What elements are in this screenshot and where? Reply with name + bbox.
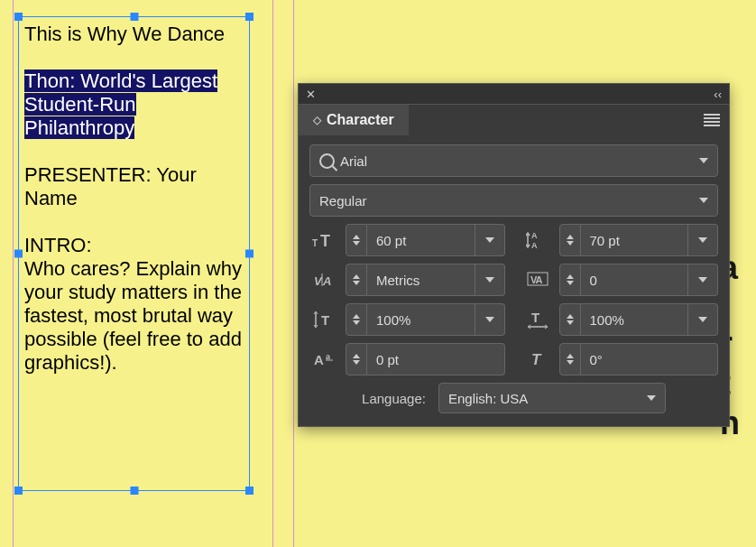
text-line: Who cares? Explain why your study matter… xyxy=(24,257,242,374)
vertical-scale-value[interactable]: 100% xyxy=(367,303,475,336)
panel-titlebar[interactable]: ✕ ‹‹ xyxy=(299,84,729,105)
skew-icon: T xyxy=(523,349,554,369)
tab-character[interactable]: ◇ Character xyxy=(299,105,409,135)
panel-body: Arial Regular TT 60 pt xyxy=(299,135,729,426)
spinner[interactable] xyxy=(346,343,367,375)
chevron-down-icon xyxy=(699,158,708,163)
dropdown-button[interactable] xyxy=(475,224,505,256)
dropdown-button[interactable] xyxy=(688,264,718,296)
horizontal-scale-value[interactable]: 100% xyxy=(581,303,689,336)
spinner[interactable] xyxy=(559,264,581,296)
close-icon[interactable]: ✕ xyxy=(306,88,316,101)
kerning-icon: VA xyxy=(309,270,340,290)
spinner[interactable] xyxy=(346,224,367,256)
text-content[interactable]: This is Why We Dance Thon: World's Large… xyxy=(19,17,249,380)
spinner[interactable] xyxy=(559,343,581,375)
resize-handle[interactable] xyxy=(130,487,138,495)
leading-field[interactable]: 70 pt xyxy=(559,224,719,256)
resize-handle[interactable] xyxy=(14,487,23,495)
text-line: This is Why We Dance xyxy=(24,23,225,45)
svg-text:A: A xyxy=(314,352,324,367)
guide-vertical xyxy=(293,0,294,547)
font-style-select[interactable]: Regular xyxy=(309,184,718,217)
svg-text:VA: VA xyxy=(530,274,543,285)
tracking-icon: VA xyxy=(523,270,554,290)
skew-value[interactable]: 0° xyxy=(581,343,719,375)
search-icon xyxy=(319,153,335,169)
svg-text:T: T xyxy=(320,232,330,250)
font-size-value[interactable]: 60 pt xyxy=(367,224,475,256)
guide-vertical xyxy=(13,0,14,547)
dropdown-button[interactable] xyxy=(688,224,718,256)
canvas: This is Why We Dance Thon: World's Large… xyxy=(0,0,756,547)
font-size-icon: TT xyxy=(309,230,340,250)
spinner[interactable] xyxy=(559,303,581,336)
kerning-field[interactable]: Metrics xyxy=(346,264,505,296)
svg-text:A: A xyxy=(531,231,538,240)
tab-label: Character xyxy=(327,112,394,128)
font-family-select[interactable]: Arial xyxy=(309,144,718,177)
language-value: English: USA xyxy=(448,391,528,406)
horizontal-scale-field[interactable]: 100% xyxy=(559,303,719,336)
tracking-value[interactable]: 0 xyxy=(581,264,689,296)
leading-value[interactable]: 70 pt xyxy=(581,224,689,256)
resize-handle[interactable] xyxy=(130,13,138,21)
svg-text:A: A xyxy=(322,274,331,288)
spinner[interactable] xyxy=(559,224,581,256)
text-frame[interactable]: This is Why We Dance Thon: World's Large… xyxy=(18,16,250,491)
language-select[interactable]: English: USA xyxy=(438,383,666,413)
svg-text:T: T xyxy=(312,238,318,248)
tracking-field[interactable]: 0 xyxy=(559,264,719,296)
resize-handle[interactable] xyxy=(245,13,254,21)
vertical-scale-icon: T xyxy=(309,310,340,329)
language-label: Language: xyxy=(362,391,426,406)
resize-handle[interactable] xyxy=(245,487,254,495)
horizontal-scale-icon: T xyxy=(523,310,554,329)
spinner[interactable] xyxy=(346,264,367,296)
dropdown-button[interactable] xyxy=(475,303,505,336)
resize-handle[interactable] xyxy=(14,13,23,21)
collapse-icon[interactable]: ‹‹ xyxy=(714,88,722,101)
chevron-down-icon xyxy=(699,198,708,203)
baseline-shift-field[interactable]: 0 pt xyxy=(346,343,505,375)
svg-text:T: T xyxy=(321,312,329,328)
svg-text:A: A xyxy=(531,241,538,250)
font-style-value: Regular xyxy=(319,193,367,209)
resize-handle[interactable] xyxy=(14,250,23,258)
font-family-value: Arial xyxy=(340,153,367,169)
expand-icon: ◇ xyxy=(313,114,319,126)
text-line: INTRO: xyxy=(24,234,92,256)
skew-field[interactable]: 0° xyxy=(559,343,719,375)
font-size-field[interactable]: 60 pt xyxy=(346,224,505,256)
selected-text: Thon: World's Largest xyxy=(24,70,217,92)
panel-tabrow: ◇ Character xyxy=(299,105,729,135)
baseline-shift-value[interactable]: 0 pt xyxy=(367,343,505,375)
kerning-value[interactable]: Metrics xyxy=(367,264,475,296)
baseline-shift-icon: Aa xyxy=(309,349,340,369)
resize-handle[interactable] xyxy=(245,250,254,258)
text-line: PRESENTER: Your Name xyxy=(24,163,197,209)
selected-text: Student-Run Philanthropy xyxy=(24,93,136,139)
svg-text:T: T xyxy=(531,310,539,325)
character-panel[interactable]: ✕ ‹‹ ◇ Character Arial Regular xyxy=(298,83,730,427)
spinner[interactable] xyxy=(346,303,367,336)
svg-text:T: T xyxy=(531,351,542,368)
panel-menu-icon[interactable] xyxy=(704,114,720,126)
dropdown-button[interactable] xyxy=(688,303,718,336)
dropdown-button[interactable] xyxy=(475,264,505,296)
chevron-down-icon xyxy=(647,395,656,401)
leading-icon: AA xyxy=(523,230,554,250)
guide-vertical xyxy=(272,0,273,547)
vertical-scale-field[interactable]: 100% xyxy=(346,303,505,336)
